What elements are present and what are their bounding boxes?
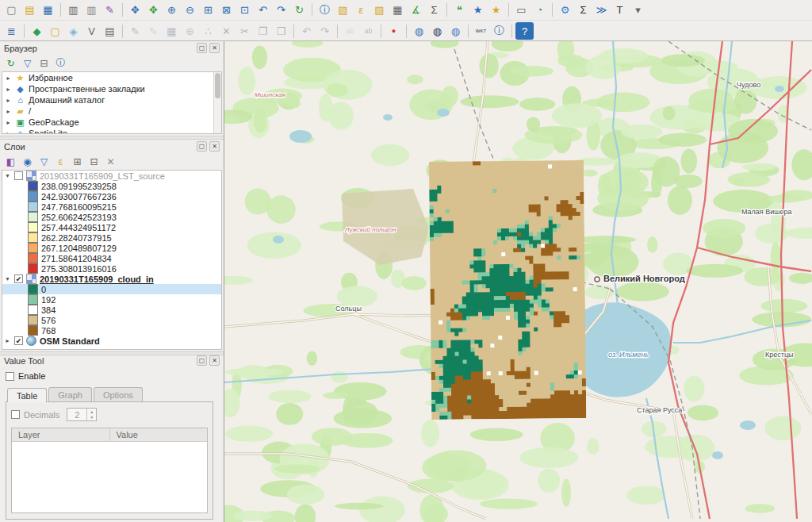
- text-annotation-icon[interactable]: T: [611, 2, 629, 19]
- expander-icon[interactable]: ▸: [5, 119, 12, 126]
- deselect-all-icon[interactable]: ▨: [370, 2, 389, 19]
- value-tool-close-button[interactable]: ✕: [209, 355, 220, 366]
- enable-checkbox[interactable]: [6, 372, 14, 381]
- osm-notification-icon[interactable]: ●: [385, 22, 403, 40]
- select-by-expression-icon[interactable]: ε: [352, 2, 370, 19]
- legend-class-row[interactable]: 271.58641204834: [2, 253, 221, 263]
- legend-class-row[interactable]: 257.444324951172: [2, 222, 221, 232]
- spin-down-icon[interactable]: ▼: [87, 415, 96, 420]
- browser-filter-icon[interactable]: ▽: [20, 56, 35, 71]
- zoom-out-icon[interactable]: ⊖: [181, 2, 199, 19]
- layer-checkbox-lst-source[interactable]: [14, 171, 23, 180]
- new-shapefile-icon[interactable]: ▢: [46, 22, 64, 40]
- legend-class-row[interactable]: 262.28240737915: [2, 232, 221, 243]
- layer-checkbox-cloud-in[interactable]: ✔: [14, 274, 23, 283]
- browser-item-root[interactable]: ▸▰/: [2, 106, 221, 117]
- project-open-icon[interactable]: ▤: [21, 2, 39, 19]
- browser-item-home[interactable]: ▸⌂Домашний каталог: [2, 94, 221, 106]
- new-map-view-icon[interactable]: ▭: [512, 2, 530, 19]
- expander-icon[interactable]: ▸: [5, 75, 12, 82]
- browser-refresh-icon[interactable]: ↻: [3, 56, 18, 71]
- metasearch-globe-icon[interactable]: ◍: [410, 22, 428, 40]
- layer-item-osm-standard[interactable]: ▸✔OSM Standard: [2, 336, 221, 346]
- decimals-spinner[interactable]: 2 ▲ ▼: [67, 408, 97, 421]
- browser-item-favorites[interactable]: ▸★Избранное: [2, 72, 221, 83]
- layers-float-button[interactable]: ▢: [197, 141, 207, 152]
- collapse-all-layers-icon[interactable]: ⊟: [86, 154, 102, 169]
- refresh-map-icon[interactable]: ↻: [290, 2, 308, 19]
- expander-icon[interactable]: ▸: [5, 108, 12, 115]
- legend-class-row[interactable]: 192: [2, 294, 221, 305]
- pan-to-selection-icon[interactable]: ✥: [144, 2, 163, 19]
- project-save-icon[interactable]: ▦: [39, 2, 57, 19]
- legend-class-row[interactable]: 242.930077667236: [2, 191, 221, 202]
- layer-checkbox-osm-standard[interactable]: ✔: [14, 336, 23, 345]
- expander-icon[interactable]: ▸: [5, 86, 12, 93]
- map-themes-icon[interactable]: ◉: [20, 154, 35, 169]
- show-bookmarks-icon[interactable]: ★: [487, 2, 505, 19]
- map-canvas[interactable]: Великий НовгородСольцыШимскСтарая РуссаК…: [224, 41, 812, 522]
- project-new-icon[interactable]: ▢: [2, 2, 21, 19]
- legend-class-row[interactable]: 247.768160095215: [2, 202, 221, 212]
- osm-globe-icon[interactable]: ◍: [446, 22, 465, 40]
- measure-line-icon[interactable]: ∡: [407, 2, 425, 19]
- spin-up-icon[interactable]: ▲: [87, 409, 96, 415]
- data-source-manager-icon[interactable]: ≣: [2, 22, 21, 40]
- new-spatialite-icon[interactable]: ◈: [64, 22, 82, 40]
- expander-icon[interactable]: ▸: [5, 97, 12, 104]
- statistical-summary-icon[interactable]: Σ: [425, 2, 443, 19]
- temporal-controller-icon[interactable]: ◔: [530, 2, 549, 19]
- browser-collapse-all-icon[interactable]: ⊟: [36, 56, 52, 71]
- wkt-tool-icon[interactable]: WKT: [472, 22, 490, 40]
- python-console-icon[interactable]: ≫: [592, 2, 611, 19]
- browser-item-geopackage[interactable]: ▸▣GeoPackage: [2, 117, 221, 128]
- statistics-panel-icon[interactable]: Σ: [574, 2, 592, 19]
- zoom-to-selection-icon[interactable]: ⊠: [217, 2, 236, 19]
- browser-item-spatial-bookmarks[interactable]: ▸◆Пространственные закладки: [2, 83, 221, 94]
- plugin-info-icon[interactable]: ⓘ: [490, 22, 508, 40]
- layout-manager-icon[interactable]: ▥: [82, 2, 101, 19]
- layer-item-cloud-in[interactable]: ▾✔20190331T165909_cloud_in: [2, 274, 221, 284]
- zoom-in-icon[interactable]: ⊕: [163, 2, 181, 19]
- tab-graph[interactable]: Graph: [48, 387, 92, 401]
- browser-float-button[interactable]: ▢: [197, 43, 207, 53]
- pan-map-icon[interactable]: ✥: [126, 2, 144, 19]
- zoom-full-icon[interactable]: ⊞: [199, 2, 217, 19]
- tab-table[interactable]: Table: [7, 388, 47, 402]
- filter-legend-icon[interactable]: ▽: [36, 154, 52, 169]
- browser-properties-icon[interactable]: ⓘ: [53, 56, 68, 71]
- expand-all-layers-icon[interactable]: ⊞: [70, 154, 85, 169]
- new-geopackage-icon[interactable]: ◆: [28, 22, 46, 40]
- browser-close-button[interactable]: ✕: [209, 43, 220, 53]
- legend-class-row[interactable]: 267.120489807129: [2, 243, 221, 253]
- layers-close-button[interactable]: ✕: [209, 141, 220, 152]
- map-tips-icon[interactable]: ❝: [450, 2, 469, 19]
- remove-layer-icon[interactable]: ✕: [103, 154, 118, 169]
- legend-class-row[interactable]: 0: [2, 284, 221, 294]
- geonode-globe-icon[interactable]: ◍: [428, 22, 446, 40]
- decimals-checkbox[interactable]: [11, 410, 20, 419]
- select-features-icon[interactable]: ▧: [334, 2, 352, 19]
- zoom-to-layer-icon[interactable]: ⊡: [236, 2, 254, 19]
- layer-item-lst-source[interactable]: ▾20190331T165909_LST_source: [2, 171, 221, 181]
- expander-icon[interactable]: ▾: [4, 275, 11, 282]
- value-tool-float-button[interactable]: ▢: [197, 355, 207, 366]
- decimals-spin-buttons[interactable]: ▲ ▼: [86, 409, 96, 420]
- new-print-layout-icon[interactable]: ▥: [64, 2, 82, 19]
- expander-icon[interactable]: ▸: [4, 337, 11, 344]
- processing-toolbox-icon[interactable]: ⚙: [556, 2, 574, 19]
- new-temporary-layer-icon[interactable]: ▤: [101, 22, 119, 40]
- legend-class-row[interactable]: 275.308013916016: [2, 263, 221, 274]
- zoom-last-icon[interactable]: ↶: [254, 2, 272, 19]
- expander-icon[interactable]: ▸: [5, 130, 12, 135]
- filter-by-expression-icon[interactable]: ε: [53, 154, 68, 169]
- annotation-dropdown-icon[interactable]: ▾: [629, 2, 647, 19]
- layer-styling-icon[interactable]: ◧: [3, 154, 18, 169]
- identify-features-icon[interactable]: ⓘ: [316, 2, 334, 19]
- help-contents-icon[interactable]: ?: [515, 22, 534, 40]
- zoom-next-icon[interactable]: ↷: [272, 2, 290, 19]
- tab-options[interactable]: Options: [94, 387, 143, 401]
- browser-item-spatialite[interactable]: ▸◈SpatiaLite: [2, 128, 221, 134]
- open-attribute-table-icon[interactable]: ▦: [389, 2, 407, 19]
- expander-icon[interactable]: ▾: [4, 172, 11, 179]
